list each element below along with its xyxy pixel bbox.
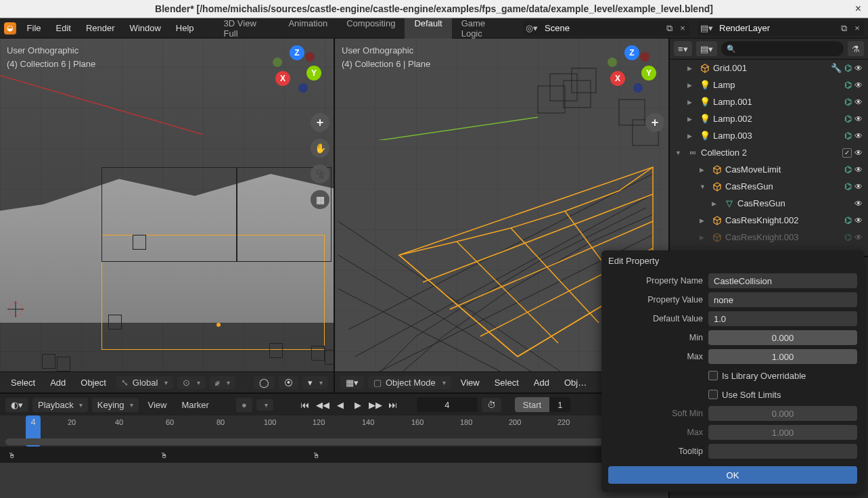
pivot-dropdown[interactable]: ⊙ bbox=[177, 376, 206, 389]
disclosure-icon[interactable]: ▼ bbox=[675, 150, 685, 156]
view-menu[interactable]: View bbox=[143, 398, 173, 412]
nav-gizmo[interactable]: Z Y X bbox=[277, 51, 317, 91]
armature-icon[interactable]: ⌬ bbox=[844, 215, 852, 225]
visibility-icon[interactable] bbox=[854, 181, 865, 191]
outliner-row[interactable]: ▶💡Lamp.003⌬ bbox=[670, 127, 868, 144]
outliner[interactable]: ▶Grid.001🔧⌬▶💡Lamp⌬▶💡Lamp.001⌬▶💡Lamp.002⌬… bbox=[670, 60, 868, 256]
close-icon[interactable]: × bbox=[855, 3, 861, 15]
editor-type-icon[interactable]: ▦▾ bbox=[340, 376, 364, 389]
timeline-scrollbar[interactable] bbox=[5, 438, 663, 445]
tab-compositing[interactable]: Compositing bbox=[337, 15, 405, 42]
outliner-row[interactable]: ▶💡Lamp.002⌬ bbox=[670, 110, 868, 127]
soft-limits-checkbox[interactable]: Use Soft Limits bbox=[708, 390, 781, 400]
timer-icon[interactable]: ⏱ bbox=[482, 398, 501, 412]
autokey-mode-icon[interactable] bbox=[256, 399, 273, 411]
tab-animation[interactable]: Animation bbox=[279, 15, 337, 42]
axis-neg-z-icon[interactable] bbox=[633, 83, 643, 93]
tab-3d-view-full[interactable]: 3D View Full bbox=[214, 15, 279, 42]
axis-neg-x-icon[interactable] bbox=[640, 52, 649, 62]
disclosure-icon[interactable]: ▼ bbox=[700, 183, 709, 190]
marker-menu[interactable]: Marker bbox=[176, 398, 214, 412]
include-checkbox[interactable]: ✓ bbox=[842, 148, 852, 158]
ortho-toggle-icon[interactable] bbox=[311, 190, 329, 209]
renderlayer-delete-icon[interactable]: × bbox=[850, 23, 864, 33]
timeline-editor-icon[interactable]: ◐▾ bbox=[5, 398, 28, 412]
scene-name-input[interactable] bbox=[541, 21, 662, 36]
outliner-row[interactable]: ▶CasResKnight.002⌬ bbox=[670, 212, 868, 229]
play-reverse-icon[interactable]: ◀ bbox=[333, 397, 348, 412]
keyframe-next-icon[interactable]: ▶▶ bbox=[368, 397, 383, 412]
axis-y-icon[interactable]: Y bbox=[306, 66, 321, 81]
outliner-row[interactable]: ▼CasResGun⌬ bbox=[670, 178, 868, 195]
jump-end-icon[interactable]: ⏭ bbox=[386, 397, 401, 412]
orientation-dropdown[interactable]: ⤡Global bbox=[116, 376, 174, 389]
zoom-icon[interactable]: + bbox=[645, 113, 664, 132]
visibility-icon[interactable] bbox=[854, 131, 865, 141]
disclosure-icon[interactable]: ▶ bbox=[687, 99, 697, 106]
menu-file[interactable]: File bbox=[20, 20, 48, 36]
visibility-icon[interactable] bbox=[854, 63, 865, 73]
tab-game-logic[interactable]: Game Logic bbox=[452, 15, 515, 42]
keyframe-prev-icon[interactable]: ◀◀ bbox=[315, 397, 330, 412]
armature-icon[interactable]: ⌬ bbox=[844, 181, 852, 191]
axis-y-icon[interactable]: Y bbox=[641, 66, 656, 81]
frame-start-field[interactable]: Start 1 bbox=[515, 397, 571, 412]
axis-z-icon[interactable]: Z bbox=[290, 45, 304, 60]
menu-help[interactable]: Help bbox=[169, 20, 201, 36]
footer-object[interactable]: Obj… bbox=[559, 376, 592, 390]
soft-max-slider[interactable]: 1.000 bbox=[708, 425, 857, 440]
play-icon[interactable]: ▶ bbox=[350, 397, 365, 412]
property-name-input[interactable] bbox=[708, 273, 857, 288]
menu-render[interactable]: Render bbox=[79, 20, 122, 36]
wrench-icon[interactable]: 🔧 bbox=[831, 63, 842, 74]
renderlayer-name-input[interactable] bbox=[715, 21, 837, 36]
visibility-icon[interactable] bbox=[854, 232, 865, 242]
visibility-icon[interactable] bbox=[854, 198, 865, 208]
outliner-row[interactable]: ▶💡Lamp⌬ bbox=[670, 76, 868, 93]
disclosure-icon[interactable]: ▶ bbox=[687, 116, 697, 122]
axis-x-icon[interactable]: X bbox=[275, 71, 290, 86]
min-slider[interactable]: 0.000 bbox=[708, 330, 857, 345]
nav-gizmo[interactable]: Z Y X bbox=[612, 51, 652, 91]
visibility-icon[interactable] bbox=[854, 164, 865, 175]
editor-type-icon[interactable]: ≡▾ bbox=[674, 41, 692, 56]
axis-neg-y-icon[interactable] bbox=[608, 58, 617, 67]
outliner-row[interactable]: ▶💡Lamp.001⌬ bbox=[670, 93, 868, 110]
outliner-row[interactable]: ▼▫▫Collection 2✓ bbox=[670, 144, 868, 161]
autokey-icon[interactable]: ● bbox=[236, 398, 252, 412]
mode-dropdown[interactable]: ▢Object Mode bbox=[368, 376, 451, 389]
visibility-icon[interactable] bbox=[854, 215, 865, 225]
menu-edit[interactable]: Edit bbox=[49, 20, 78, 36]
menu-window[interactable]: Window bbox=[123, 20, 168, 36]
disclosure-icon[interactable]: ▶ bbox=[712, 200, 721, 207]
snap-dropdown[interactable]: ⸙ bbox=[210, 376, 235, 389]
footer-object[interactable]: Object bbox=[75, 376, 112, 390]
disclosure-icon[interactable]: ▶ bbox=[687, 82, 697, 89]
current-frame-field[interactable]: 4 bbox=[417, 397, 478, 412]
axis-neg-x-icon[interactable] bbox=[305, 52, 315, 62]
visibility-icon[interactable] bbox=[854, 97, 865, 107]
disclosure-icon[interactable]: ▶ bbox=[687, 65, 697, 72]
filter-icon[interactable]: ⚗ bbox=[848, 41, 864, 56]
disclosure-icon[interactable]: ▶ bbox=[687, 133, 697, 139]
camera-view-icon[interactable] bbox=[311, 164, 329, 183]
armature-icon[interactable]: ⌬ bbox=[844, 114, 852, 124]
renderlayer-icon[interactable]: ▤▾ bbox=[698, 23, 715, 33]
visibility-icon[interactable] bbox=[854, 148, 865, 158]
tab-default[interactable]: Default bbox=[405, 15, 451, 42]
axis-neg-y-icon[interactable] bbox=[273, 58, 282, 67]
tooltip-input[interactable] bbox=[708, 444, 857, 459]
outliner-row[interactable]: ▶Grid.001🔧⌬ bbox=[670, 60, 868, 76]
axis-x-icon[interactable]: X bbox=[610, 71, 625, 86]
scene-delete-icon[interactable]: × bbox=[676, 23, 689, 33]
keying-menu[interactable]: Keying bbox=[92, 398, 139, 412]
armature-icon[interactable]: ⌬ bbox=[844, 164, 852, 175]
outliner-row[interactable]: ▶CasMoveLimit⌬ bbox=[670, 161, 868, 178]
footer-select[interactable]: Select bbox=[5, 376, 41, 390]
library-override-checkbox[interactable]: Is Library Overridable bbox=[708, 371, 806, 381]
visibility-icon[interactable] bbox=[854, 80, 865, 90]
property-value-input[interactable] bbox=[708, 292, 857, 307]
axis-z-icon[interactable]: Z bbox=[624, 45, 639, 60]
footer-view[interactable]: View bbox=[455, 376, 485, 390]
jump-start-icon[interactable]: ⏮ bbox=[298, 397, 313, 412]
